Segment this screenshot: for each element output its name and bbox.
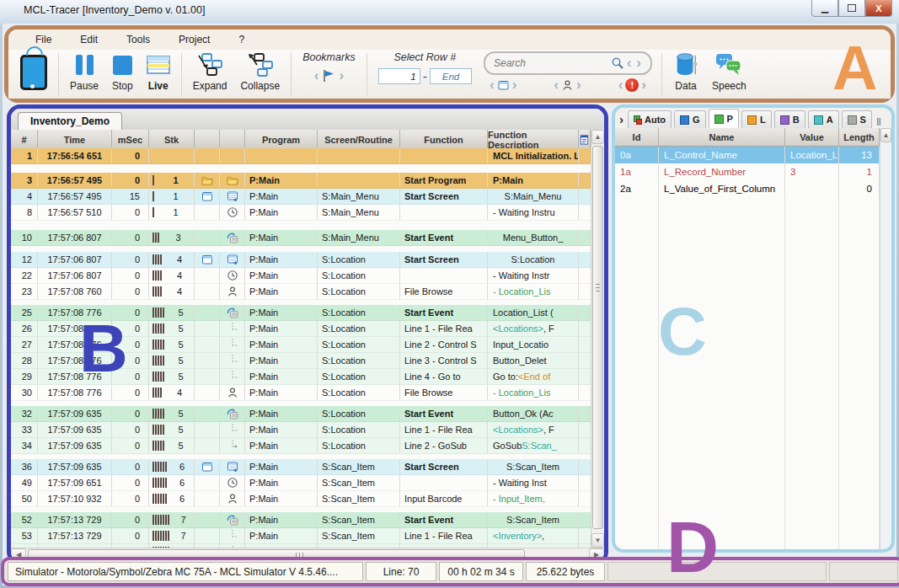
bookmark-flag-icon[interactable] [321, 68, 336, 83]
variable-row-1a[interactable]: 1aL_Record_Number31 [615, 163, 880, 180]
trace-row-36[interactable]: 3617:57:09 63506P:MainS:Scan_ItemStart S… [11, 459, 591, 475]
bookmarks-label: Bookmarks [302, 51, 356, 63]
return-icon [227, 440, 238, 452]
search-next-button[interactable]: › [634, 57, 644, 69]
trace-row-29[interactable]: 2917:57:08 77605P:MainS:LocationLine 4 -… [11, 369, 591, 385]
data-icon [673, 52, 698, 78]
menu-item-file[interactable]: File [27, 31, 60, 48]
menu-item-tools[interactable]: Tools [118, 31, 158, 48]
trace-row-1[interactable]: 117:56:54 6510MCL Initialization. Log [11, 148, 591, 164]
trace-row-22[interactable]: 2217:57:06 80704P:MainS:Location- Waitin… [11, 268, 591, 284]
status-bar: Simulator - Motorola/Symbol/Zebra MC 75A… [1, 557, 899, 586]
trace-row-34[interactable]: 3417:57:09 63505P:MainS:LocationLine 2 -… [11, 438, 591, 454]
trace-row-8[interactable]: 817:56:57 51001P:MainS:Main_Menu- Waitin… [11, 205, 591, 221]
expand-button[interactable]: Expand [186, 50, 234, 99]
variable-tab-s[interactable]: S [842, 110, 872, 128]
search-box[interactable]: ‹ › [484, 51, 652, 75]
collapse-button[interactable]: Collapse [233, 50, 286, 99]
row-from-input[interactable] [378, 68, 420, 84]
stop-button[interactable]: Stop [105, 50, 140, 99]
user-nav-icon[interactable] [561, 79, 574, 91]
expand-icon [197, 53, 222, 77]
next-input-button[interactable]: › [574, 79, 584, 91]
variable-tab-a[interactable]: A [808, 110, 839, 128]
pause-button[interactable]: Pause [63, 50, 105, 99]
trace-row-12[interactable]: 1217:57:06 80704P:MainS:LocationStart Sc… [11, 252, 591, 268]
minimize-button[interactable]: ▁ [811, 0, 838, 17]
screen-nav-icon[interactable] [497, 79, 510, 91]
variable-tab-l[interactable]: L [741, 110, 772, 128]
data-button[interactable]: Data [666, 50, 705, 99]
variables-table-body: 0aL_Control_NameLocation_L131aL_Record_N… [615, 147, 880, 197]
collapse-icon [248, 53, 273, 77]
variables-header-name[interactable]: Name [659, 128, 785, 147]
variables-header-value[interactable]: Value [785, 128, 839, 147]
select-row-label: Select Row # [393, 51, 456, 63]
trace-row-53[interactable]: 5317:57:13 72907P:MainS:Scan_ItemLine 1 … [11, 528, 591, 544]
trace-row-23[interactable]: 2317:57:08 76004P:MainS:LocationFile Bro… [11, 284, 591, 300]
search-input[interactable] [492, 56, 611, 70]
bookmark-prev-button[interactable]: ‹ [312, 70, 322, 82]
clock-icon [227, 206, 238, 218]
trace-row-25[interactable]: 2517:57:08 77605P:MainS:LocationStart Ev… [11, 305, 591, 321]
trace-panel: Inventory_Demo #TimemSecStkProgramScreen… [7, 104, 608, 565]
menu-item-project[interactable]: Project [170, 31, 218, 48]
prev-error-button[interactable]: ‹ [616, 79, 626, 91]
row-to-input[interactable] [430, 68, 472, 84]
trace-row-52[interactable]: 5217:57:13 72907P:MainS:Scan_ItemStart E… [11, 512, 591, 528]
trace-row-28[interactable]: 2817:57:08 77605P:MainS:LocationLine 3 -… [11, 353, 591, 369]
speech-button[interactable]: Speech [705, 50, 753, 99]
variables-header-id[interactable]: Id [615, 128, 659, 147]
scroll-down-button[interactable]: ▼ [591, 533, 604, 548]
variable-row-0a[interactable]: 0aL_Control_NameLocation_L13 [615, 147, 880, 163]
bookmark-next-button[interactable]: › [336, 70, 346, 82]
event-icon [227, 514, 238, 526]
menu-item-help[interactable]: ? [230, 31, 253, 48]
trace-row-4[interactable]: 417:56:57 495151P:MainS:Main_MenuStart S… [11, 189, 591, 205]
live-button[interactable]: Live [140, 50, 177, 99]
tab-inventory-demo[interactable]: Inventory_Demo [18, 112, 122, 130]
vertical-scrollbar[interactable]: ▲ ▼ [591, 130, 604, 548]
bookmarks-group: Bookmarks ‹ › [296, 50, 362, 99]
variable-tab-b[interactable]: B [774, 110, 805, 128]
toolbar-panel: FileEditToolsProject? Pause Stop Live Ex… [4, 25, 895, 103]
prev-input-button[interactable]: ‹ [551, 79, 561, 91]
variables-scrollbar[interactable]: ▲ [880, 128, 891, 549]
menu-item-edit[interactable]: Edit [72, 31, 106, 48]
device-button[interactable] [13, 50, 54, 99]
live-icon [147, 56, 170, 74]
trace-row-50[interactable]: 5017:57:10 93206P:MainS:Scan_ItemInput B… [11, 491, 591, 507]
variable-tab-p[interactable]: P [709, 109, 739, 128]
variable-tab-g[interactable]: G [674, 110, 706, 128]
variable-row-2a[interactable]: 2aL_Value_of_First_Column0 [615, 180, 880, 197]
search-prev-button[interactable]: ‹ [624, 57, 634, 69]
variable-tab-auto[interactable]: Auto [628, 110, 672, 128]
trace-row-33[interactable]: 3317:57:09 63505P:MainS:LocationLine 1 -… [11, 422, 591, 438]
line-icon [227, 530, 238, 542]
search-icon[interactable] [611, 56, 624, 70]
trace-row-10[interactable]: 1017:57:06 80703P:MainS:Main_MenuStart E… [11, 230, 591, 246]
status-device: Simulator - Motorola/Symbol/Zebra MC 75A… [8, 562, 363, 581]
status-empty [829, 562, 898, 581]
trace-row-26[interactable]: 2617:57:08 77605P:MainS:LocationLine 1 -… [11, 321, 591, 337]
vertical-scroll-thumb[interactable] [592, 146, 603, 529]
trace-row-30[interactable]: 3017:57:08 77604P:MainS:LocationFile Bro… [11, 385, 591, 401]
trace-row-3[interactable]: 317:56:57 49501P:MainStart ProgramP:Main [11, 173, 591, 189]
restore-button[interactable] [838, 0, 865, 17]
trace-row-27[interactable]: 2717:57:08 77605P:MainS:LocationLine 2 -… [11, 337, 591, 353]
close-button[interactable]: X [865, 0, 892, 17]
next-screen-button[interactable]: › [510, 79, 520, 91]
variables-scroll-up-button[interactable]: ▲ [880, 128, 891, 142]
error-nav-icon[interactable]: ! [625, 78, 639, 92]
panel-expander-button[interactable]: › [617, 112, 628, 128]
variables-header-length[interactable]: Length [839, 128, 880, 147]
scroll-up-button[interactable]: ▲ [591, 130, 604, 144]
person-icon [227, 387, 238, 398]
separator [181, 53, 182, 95]
prev-screen-button[interactable]: ‹ [487, 79, 497, 91]
status-line: Line: 70 [366, 562, 436, 581]
next-error-button[interactable]: › [639, 79, 649, 91]
trace-row-32[interactable]: 3217:57:09 63505P:MainS:LocationStart Ev… [11, 406, 591, 422]
trace-row-49[interactable]: 4917:57:09 65106P:MainS:Scan_Item- Waiti… [11, 475, 591, 491]
line-icon [227, 355, 238, 366]
